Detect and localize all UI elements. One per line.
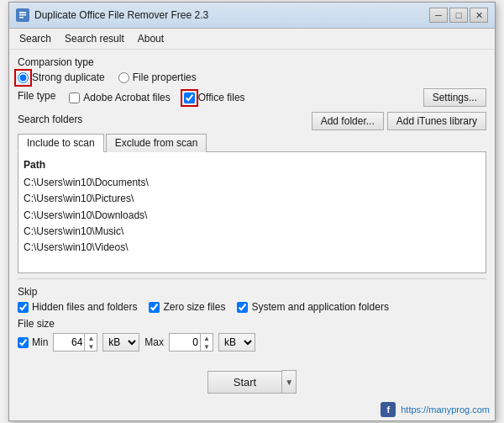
office-files-label[interactable]: Office files: [198, 92, 245, 103]
min-unit-select[interactable]: kB MB GB: [102, 333, 139, 352]
main-content: Comparsion type Strong duplicate File pr…: [9, 50, 495, 365]
min-label[interactable]: Min: [32, 336, 48, 348]
min-checkbox[interactable]: [18, 337, 29, 348]
window-title: Duplicate Office File Remover Free 2.3: [34, 9, 208, 21]
max-spinbox-arrows: ▲ ▼: [200, 334, 213, 351]
hidden-files-checkbox[interactable]: [18, 302, 29, 313]
system-folders-label[interactable]: System and application folders: [251, 301, 388, 313]
svg-rect-2: [19, 14, 26, 16]
search-folders-label: Search folders: [18, 114, 82, 125]
add-itunes-button[interactable]: Add iTunes library: [387, 112, 486, 130]
path-header: Path: [24, 157, 480, 173]
acrobat-files-label[interactable]: Adobe Acrobat files: [83, 92, 170, 103]
file-properties-label[interactable]: File properties: [133, 71, 197, 83]
hidden-files-option: Hidden files and folders: [18, 301, 137, 313]
max-increment-button[interactable]: ▲: [201, 334, 213, 342]
min-increment-button[interactable]: ▲: [85, 334, 97, 342]
svg-rect-3: [19, 17, 24, 19]
scan-path-1: C:\Users\win10\Pictures\: [24, 191, 480, 207]
zero-size-label[interactable]: Zero size files: [163, 301, 225, 313]
file-type-section: File type Adobe Acrobat files Office fil…: [18, 88, 486, 107]
search-folders-header: Search folders Add folder... Add iTunes …: [18, 112, 486, 130]
max-spinbox: ▲ ▼: [169, 333, 213, 352]
acrobat-files-option: Adobe Acrobat files: [69, 92, 170, 103]
skip-section: Skip Hidden files and folders Zero size …: [18, 286, 486, 313]
title-bar: Duplicate Office File Remover Free 2.3 ─…: [9, 3, 495, 29]
tab-include-to-scan[interactable]: Include to scan: [18, 134, 104, 152]
zero-size-option: Zero size files: [149, 301, 225, 313]
office-files-checkbox[interactable]: [184, 93, 195, 103]
max-unit-select[interactable]: kB MB GB: [218, 333, 255, 352]
maximize-button[interactable]: □: [449, 8, 468, 23]
file-size-row: Min ▲ ▼ kB MB GB Max: [18, 333, 486, 352]
scan-paths-box: Path C:\Users\win10\Documents\ C:\Users\…: [18, 151, 486, 273]
skip-label: Skip: [18, 286, 486, 298]
scan-path-3: C:\Users\win10\Music\: [24, 224, 480, 240]
title-controls: ─ □ ✕: [429, 8, 488, 23]
file-properties-option: File properties: [118, 71, 197, 83]
footer-bar: f https://manyprog.com: [9, 400, 495, 420]
min-value-input[interactable]: [54, 334, 84, 351]
scan-path-2: C:\Users\win10\Downloads\: [24, 208, 480, 224]
max-value-input[interactable]: [170, 334, 200, 351]
scan-path-4: C:\Users\win10\Videos\: [24, 240, 480, 256]
min-spinbox-arrows: ▲ ▼: [84, 334, 97, 351]
file-type-label: File type: [18, 90, 55, 102]
settings-button[interactable]: Settings...: [423, 88, 486, 107]
title-bar-left: Duplicate Office File Remover Free 2.3: [16, 8, 208, 22]
facebook-icon[interactable]: f: [381, 402, 396, 417]
skip-row: Hidden files and folders Zero size files…: [18, 301, 486, 313]
min-checkbox-group: Min: [18, 336, 48, 348]
system-folders-checkbox[interactable]: [237, 302, 248, 313]
svg-rect-1: [19, 12, 26, 13]
system-folders-option: System and application folders: [237, 301, 388, 313]
scan-path-0: C:\Users\win10\Documents\: [24, 175, 480, 191]
file-properties-radio[interactable]: [118, 72, 129, 83]
footer-link[interactable]: https://manyprog.com: [401, 404, 490, 415]
max-decrement-button[interactable]: ▼: [201, 342, 213, 351]
comparison-type-label: Comparsion type: [18, 56, 486, 68]
min-spinbox: ▲ ▼: [53, 333, 97, 352]
strong-duplicate-label[interactable]: Strong duplicate: [32, 71, 105, 83]
scan-tabs: Include to scan Exclude from scan: [18, 134, 486, 152]
menu-search[interactable]: Search: [13, 30, 58, 47]
divider-1: [18, 278, 486, 279]
minimize-button[interactable]: ─: [429, 8, 448, 23]
app-icon: [16, 8, 29, 22]
bottom-bar: Start ▼: [9, 365, 495, 400]
min-decrement-button[interactable]: ▼: [85, 342, 97, 351]
office-files-option: Office files: [184, 92, 245, 103]
start-dropdown-button[interactable]: ▼: [281, 370, 297, 394]
hidden-files-label[interactable]: Hidden files and folders: [32, 301, 137, 313]
file-size-section: File size Min ▲ ▼ kB MB GB: [18, 318, 486, 352]
add-folder-button[interactable]: Add folder...: [312, 112, 384, 130]
strong-duplicate-option: Strong duplicate: [18, 71, 105, 83]
zero-size-checkbox[interactable]: [149, 302, 160, 313]
acrobat-files-checkbox[interactable]: [69, 93, 80, 103]
start-button[interactable]: Start: [207, 371, 281, 394]
comparison-type-row: Strong duplicate File properties: [18, 71, 486, 83]
menu-about[interactable]: About: [131, 30, 171, 47]
main-window: Duplicate Office File Remover Free 2.3 ─…: [8, 2, 496, 421]
max-label: Max: [144, 336, 164, 348]
tab-exclude-from-scan[interactable]: Exclude from scan: [106, 134, 207, 152]
file-size-label: File size: [18, 318, 486, 330]
strong-duplicate-radio[interactable]: [18, 72, 29, 83]
menu-search-result[interactable]: Search result: [58, 30, 131, 47]
close-button[interactable]: ✕: [470, 8, 488, 23]
menu-bar: Search Search result About: [9, 29, 495, 50]
folder-buttons: Add folder... Add iTunes library: [312, 112, 486, 130]
